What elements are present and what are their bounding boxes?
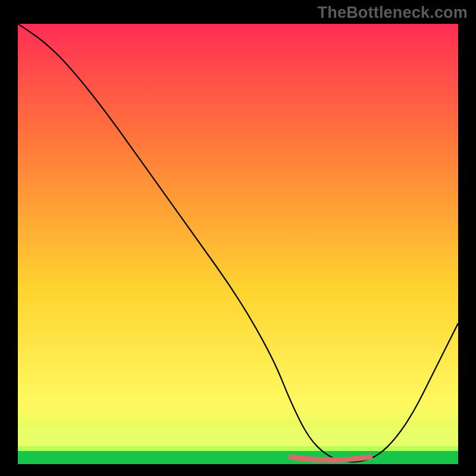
- lightgreen-band: [18, 446, 458, 451]
- bottleneck-chart: [18, 24, 458, 464]
- minimum-accent: [291, 457, 370, 460]
- bottom-green-band: [18, 451, 458, 464]
- yellowish-band: [18, 428, 458, 446]
- chart-svg: [18, 24, 458, 464]
- gradient-background: [18, 24, 458, 464]
- watermark-text: TheBottleneck.com: [318, 4, 468, 22]
